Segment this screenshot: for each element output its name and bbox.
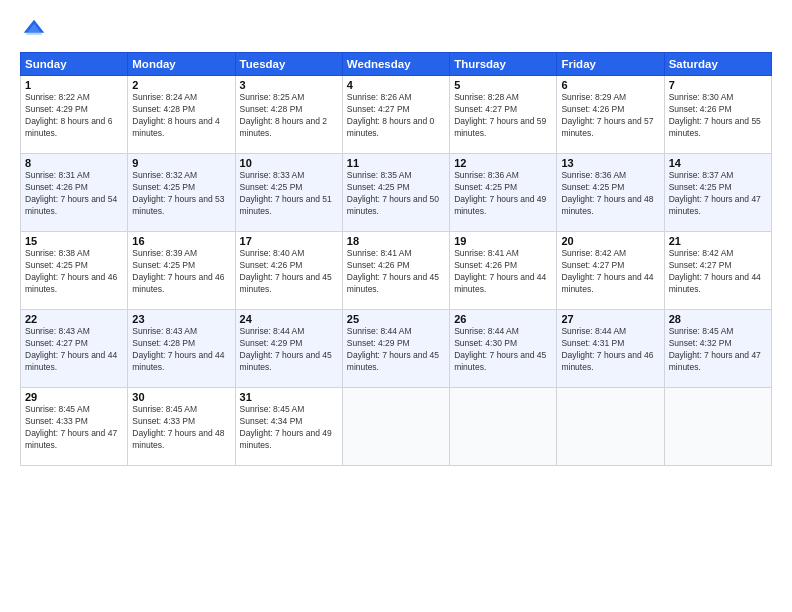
day-info: Sunrise: 8:31 AM Sunset: 4:26 PM Dayligh… [25,170,123,218]
calendar-cell: 18 Sunrise: 8:41 AM Sunset: 4:26 PM Dayl… [342,232,449,310]
day-number: 3 [240,79,338,91]
day-info: Sunrise: 8:29 AM Sunset: 4:26 PM Dayligh… [561,92,659,140]
day-number: 23 [132,313,230,325]
calendar-cell: 16 Sunrise: 8:39 AM Sunset: 4:25 PM Dayl… [128,232,235,310]
day-number: 12 [454,157,552,169]
calendar-week-4: 22 Sunrise: 8:43 AM Sunset: 4:27 PM Dayl… [21,310,772,388]
calendar-cell: 5 Sunrise: 8:28 AM Sunset: 4:27 PM Dayli… [450,76,557,154]
calendar-cell: 22 Sunrise: 8:43 AM Sunset: 4:27 PM Dayl… [21,310,128,388]
logo [20,16,52,44]
day-number: 20 [561,235,659,247]
day-info: Sunrise: 8:33 AM Sunset: 4:25 PM Dayligh… [240,170,338,218]
day-info: Sunrise: 8:45 AM Sunset: 4:33 PM Dayligh… [132,404,230,452]
calendar-cell: 20 Sunrise: 8:42 AM Sunset: 4:27 PM Dayl… [557,232,664,310]
day-info: Sunrise: 8:25 AM Sunset: 4:28 PM Dayligh… [240,92,338,140]
calendar-cell: 31 Sunrise: 8:45 AM Sunset: 4:34 PM Dayl… [235,388,342,466]
day-info: Sunrise: 8:32 AM Sunset: 4:25 PM Dayligh… [132,170,230,218]
calendar-cell: 25 Sunrise: 8:44 AM Sunset: 4:29 PM Dayl… [342,310,449,388]
day-info: Sunrise: 8:28 AM Sunset: 4:27 PM Dayligh… [454,92,552,140]
calendar-cell: 2 Sunrise: 8:24 AM Sunset: 4:28 PM Dayli… [128,76,235,154]
day-info: Sunrise: 8:36 AM Sunset: 4:25 PM Dayligh… [561,170,659,218]
calendar-header-row: SundayMondayTuesdayWednesdayThursdayFrid… [21,53,772,76]
day-number: 18 [347,235,445,247]
day-number: 7 [669,79,767,91]
day-number: 9 [132,157,230,169]
day-info: Sunrise: 8:24 AM Sunset: 4:28 PM Dayligh… [132,92,230,140]
day-number: 27 [561,313,659,325]
calendar-cell: 13 Sunrise: 8:36 AM Sunset: 4:25 PM Dayl… [557,154,664,232]
calendar-cell: 30 Sunrise: 8:45 AM Sunset: 4:33 PM Dayl… [128,388,235,466]
day-number: 28 [669,313,767,325]
calendar-cell [557,388,664,466]
calendar-cell: 21 Sunrise: 8:42 AM Sunset: 4:27 PM Dayl… [664,232,771,310]
calendar-week-2: 8 Sunrise: 8:31 AM Sunset: 4:26 PM Dayli… [21,154,772,232]
day-number: 10 [240,157,338,169]
day-info: Sunrise: 8:44 AM Sunset: 4:30 PM Dayligh… [454,326,552,374]
calendar-cell: 4 Sunrise: 8:26 AM Sunset: 4:27 PM Dayli… [342,76,449,154]
day-number: 26 [454,313,552,325]
calendar-cell [450,388,557,466]
day-header-sunday: Sunday [21,53,128,76]
calendar-week-3: 15 Sunrise: 8:38 AM Sunset: 4:25 PM Dayl… [21,232,772,310]
day-info: Sunrise: 8:35 AM Sunset: 4:25 PM Dayligh… [347,170,445,218]
day-header-friday: Friday [557,53,664,76]
day-header-wednesday: Wednesday [342,53,449,76]
day-info: Sunrise: 8:22 AM Sunset: 4:29 PM Dayligh… [25,92,123,140]
day-header-monday: Monday [128,53,235,76]
calendar-week-1: 1 Sunrise: 8:22 AM Sunset: 4:29 PM Dayli… [21,76,772,154]
day-info: Sunrise: 8:45 AM Sunset: 4:34 PM Dayligh… [240,404,338,452]
day-number: 11 [347,157,445,169]
calendar-cell: 1 Sunrise: 8:22 AM Sunset: 4:29 PM Dayli… [21,76,128,154]
calendar-cell: 24 Sunrise: 8:44 AM Sunset: 4:29 PM Dayl… [235,310,342,388]
calendar-cell [342,388,449,466]
calendar-body: 1 Sunrise: 8:22 AM Sunset: 4:29 PM Dayli… [21,76,772,466]
day-number: 1 [25,79,123,91]
day-number: 8 [25,157,123,169]
calendar-cell: 3 Sunrise: 8:25 AM Sunset: 4:28 PM Dayli… [235,76,342,154]
calendar-cell: 26 Sunrise: 8:44 AM Sunset: 4:30 PM Dayl… [450,310,557,388]
day-number: 22 [25,313,123,325]
day-info: Sunrise: 8:41 AM Sunset: 4:26 PM Dayligh… [347,248,445,296]
day-header-thursday: Thursday [450,53,557,76]
calendar-cell: 10 Sunrise: 8:33 AM Sunset: 4:25 PM Dayl… [235,154,342,232]
day-info: Sunrise: 8:41 AM Sunset: 4:26 PM Dayligh… [454,248,552,296]
day-number: 25 [347,313,445,325]
day-number: 21 [669,235,767,247]
calendar-cell: 29 Sunrise: 8:45 AM Sunset: 4:33 PM Dayl… [21,388,128,466]
day-number: 16 [132,235,230,247]
day-info: Sunrise: 8:36 AM Sunset: 4:25 PM Dayligh… [454,170,552,218]
day-header-tuesday: Tuesday [235,53,342,76]
day-info: Sunrise: 8:42 AM Sunset: 4:27 PM Dayligh… [561,248,659,296]
calendar-week-5: 29 Sunrise: 8:45 AM Sunset: 4:33 PM Dayl… [21,388,772,466]
day-number: 2 [132,79,230,91]
day-number: 29 [25,391,123,403]
calendar-table: SundayMondayTuesdayWednesdayThursdayFrid… [20,52,772,466]
calendar-page: SundayMondayTuesdayWednesdayThursdayFrid… [0,0,792,612]
day-info: Sunrise: 8:40 AM Sunset: 4:26 PM Dayligh… [240,248,338,296]
day-info: Sunrise: 8:44 AM Sunset: 4:31 PM Dayligh… [561,326,659,374]
calendar-cell: 23 Sunrise: 8:43 AM Sunset: 4:28 PM Dayl… [128,310,235,388]
day-info: Sunrise: 8:44 AM Sunset: 4:29 PM Dayligh… [347,326,445,374]
day-info: Sunrise: 8:39 AM Sunset: 4:25 PM Dayligh… [132,248,230,296]
day-info: Sunrise: 8:37 AM Sunset: 4:25 PM Dayligh… [669,170,767,218]
day-header-saturday: Saturday [664,53,771,76]
day-number: 6 [561,79,659,91]
day-number: 19 [454,235,552,247]
calendar-cell: 12 Sunrise: 8:36 AM Sunset: 4:25 PM Dayl… [450,154,557,232]
day-number: 31 [240,391,338,403]
calendar-cell: 14 Sunrise: 8:37 AM Sunset: 4:25 PM Dayl… [664,154,771,232]
day-info: Sunrise: 8:30 AM Sunset: 4:26 PM Dayligh… [669,92,767,140]
calendar-cell: 27 Sunrise: 8:44 AM Sunset: 4:31 PM Dayl… [557,310,664,388]
calendar-cell: 9 Sunrise: 8:32 AM Sunset: 4:25 PM Dayli… [128,154,235,232]
day-number: 5 [454,79,552,91]
header [20,16,772,44]
day-number: 30 [132,391,230,403]
logo-icon [20,16,48,44]
day-info: Sunrise: 8:26 AM Sunset: 4:27 PM Dayligh… [347,92,445,140]
day-number: 15 [25,235,123,247]
day-info: Sunrise: 8:43 AM Sunset: 4:28 PM Dayligh… [132,326,230,374]
calendar-cell: 28 Sunrise: 8:45 AM Sunset: 4:32 PM Dayl… [664,310,771,388]
calendar-cell [664,388,771,466]
day-number: 14 [669,157,767,169]
day-number: 13 [561,157,659,169]
